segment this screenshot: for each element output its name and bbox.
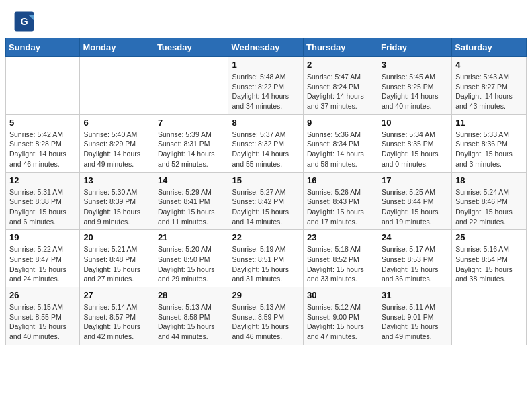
calendar-header: SundayMondayTuesdayWednesdayThursdayFrid… [6,38,527,57]
day-info: Sunrise: 5:22 AMSunset: 8:47 PMDaylight:… [9,244,76,284]
weekday-header-thursday: Thursday [304,38,378,57]
calendar-cell: 23Sunrise: 5:18 AMSunset: 8:52 PMDayligh… [304,230,378,287]
day-number: 6 [83,118,150,128]
day-info: Sunrise: 5:13 AMSunset: 8:59 PMDaylight:… [232,302,300,342]
day-info: Sunrise: 5:18 AMSunset: 8:52 PMDaylight:… [307,244,374,284]
day-info: Sunrise: 5:15 AMSunset: 8:55 PMDaylight:… [9,302,76,342]
weekday-header-saturday: Saturday [452,38,527,57]
calendar-cell: 24Sunrise: 5:17 AMSunset: 8:53 PMDayligh… [378,230,451,287]
day-info: Sunrise: 5:11 AMSunset: 9:01 PMDaylight:… [382,302,448,342]
day-number: 4 [455,60,523,70]
weekday-header-row: SundayMondayTuesdayWednesdayThursdayFrid… [6,38,527,57]
calendar-cell: 14Sunrise: 5:29 AMSunset: 8:41 PMDayligh… [154,172,228,230]
day-info: Sunrise: 5:42 AMSunset: 8:28 PMDaylight:… [9,130,76,169]
day-info: Sunrise: 5:30 AMSunset: 8:39 PMDaylight:… [83,187,150,227]
day-number: 14 [158,175,225,185]
weekday-header-friday: Friday [378,38,451,57]
day-info: Sunrise: 5:24 AMSunset: 8:46 PMDaylight:… [455,187,523,227]
page-header: G [0,0,532,38]
weekday-header-wednesday: Wednesday [228,38,304,57]
day-info: Sunrise: 5:31 AMSunset: 8:38 PMDaylight:… [9,187,76,227]
calendar-cell: 13Sunrise: 5:30 AMSunset: 8:39 PMDayligh… [80,172,154,230]
day-number: 29 [232,290,300,300]
calendar-cell: 4Sunrise: 5:43 AMSunset: 8:27 PMDaylight… [452,57,527,115]
calendar-cell: 28Sunrise: 5:13 AMSunset: 8:58 PMDayligh… [154,287,228,345]
calendar-cell: 3Sunrise: 5:45 AMSunset: 8:25 PMDaylight… [378,57,451,115]
day-number: 27 [83,290,150,300]
day-number: 17 [382,175,448,185]
day-number: 16 [307,175,374,185]
day-number: 8 [232,118,300,128]
day-number: 7 [158,118,225,128]
calendar-cell: 2Sunrise: 5:47 AMSunset: 8:24 PMDaylight… [304,57,378,115]
calendar-cell: 22Sunrise: 5:19 AMSunset: 8:51 PMDayligh… [228,230,304,287]
day-info: Sunrise: 5:37 AMSunset: 8:32 PMDaylight:… [232,130,300,169]
day-number: 1 [232,60,300,70]
day-info: Sunrise: 5:25 AMSunset: 8:44 PMDaylight:… [382,187,448,227]
day-number: 9 [307,118,374,128]
calendar-cell: 19Sunrise: 5:22 AMSunset: 8:47 PMDayligh… [6,230,80,287]
day-number: 2 [307,60,374,70]
logo-icon: G [13,11,35,32]
calendar-cell: 12Sunrise: 5:31 AMSunset: 8:38 PMDayligh… [6,172,80,230]
day-number: 21 [158,232,225,242]
day-number: 23 [307,232,374,242]
day-number: 26 [9,290,76,300]
week-row-5: 26Sunrise: 5:15 AMSunset: 8:55 PMDayligh… [6,287,527,345]
day-info: Sunrise: 5:19 AMSunset: 8:51 PMDaylight:… [232,244,300,284]
calendar-cell: 11Sunrise: 5:33 AMSunset: 8:36 PMDayligh… [452,114,527,172]
day-info: Sunrise: 5:39 AMSunset: 8:31 PMDaylight:… [158,130,225,169]
weekday-header-monday: Monday [80,38,154,57]
day-info: Sunrise: 5:12 AMSunset: 9:00 PMDaylight:… [307,302,374,342]
day-number: 5 [9,118,76,128]
day-number: 10 [382,118,448,128]
day-info: Sunrise: 5:33 AMSunset: 8:36 PMDaylight:… [455,130,523,169]
calendar-cell: 21Sunrise: 5:20 AMSunset: 8:50 PMDayligh… [154,230,228,287]
day-number: 24 [382,232,448,242]
day-number: 12 [9,175,76,185]
day-info: Sunrise: 5:29 AMSunset: 8:41 PMDaylight:… [158,187,225,227]
calendar-cell [154,57,228,115]
day-number: 28 [158,290,225,300]
calendar-body: 1Sunrise: 5:48 AMSunset: 8:22 PMDaylight… [6,57,527,345]
week-row-4: 19Sunrise: 5:22 AMSunset: 8:47 PMDayligh… [6,230,527,287]
day-number: 13 [83,175,150,185]
calendar-cell: 30Sunrise: 5:12 AMSunset: 9:00 PMDayligh… [304,287,378,345]
day-number: 19 [9,232,76,242]
calendar-cell [80,57,154,115]
calendar-cell: 10Sunrise: 5:34 AMSunset: 8:35 PMDayligh… [378,114,451,172]
calendar-cell: 31Sunrise: 5:11 AMSunset: 9:01 PMDayligh… [378,287,451,345]
logo: G [13,11,38,32]
calendar-cell: 18Sunrise: 5:24 AMSunset: 8:46 PMDayligh… [452,172,527,230]
day-info: Sunrise: 5:26 AMSunset: 8:43 PMDaylight:… [307,187,374,227]
calendar-cell: 1Sunrise: 5:48 AMSunset: 8:22 PMDaylight… [228,57,304,115]
day-info: Sunrise: 5:17 AMSunset: 8:53 PMDaylight:… [382,244,448,284]
day-info: Sunrise: 5:40 AMSunset: 8:29 PMDaylight:… [83,130,150,169]
week-row-1: 1Sunrise: 5:48 AMSunset: 8:22 PMDaylight… [6,57,527,115]
week-row-3: 12Sunrise: 5:31 AMSunset: 8:38 PMDayligh… [6,172,527,230]
day-info: Sunrise: 5:20 AMSunset: 8:50 PMDaylight:… [158,244,225,284]
calendar-cell: 7Sunrise: 5:39 AMSunset: 8:31 PMDaylight… [154,114,228,172]
calendar-cell [6,57,80,115]
svg-text:G: G [20,16,28,27]
calendar-table: SundayMondayTuesdayWednesdayThursdayFrid… [5,38,527,345]
day-info: Sunrise: 5:13 AMSunset: 8:58 PMDaylight:… [158,302,225,342]
calendar-cell: 20Sunrise: 5:21 AMSunset: 8:48 PMDayligh… [80,230,154,287]
calendar-cell: 15Sunrise: 5:27 AMSunset: 8:42 PMDayligh… [228,172,304,230]
calendar-wrapper: SundayMondayTuesdayWednesdayThursdayFrid… [0,38,532,351]
day-info: Sunrise: 5:45 AMSunset: 8:25 PMDaylight:… [382,72,448,111]
day-info: Sunrise: 5:43 AMSunset: 8:27 PMDaylight:… [455,72,523,111]
day-info: Sunrise: 5:36 AMSunset: 8:34 PMDaylight:… [307,130,374,169]
day-info: Sunrise: 5:21 AMSunset: 8:48 PMDaylight:… [83,244,150,284]
calendar-cell: 25Sunrise: 5:16 AMSunset: 8:54 PMDayligh… [452,230,527,287]
day-number: 22 [232,232,300,242]
calendar-cell: 9Sunrise: 5:36 AMSunset: 8:34 PMDaylight… [304,114,378,172]
day-number: 20 [83,232,150,242]
day-number: 11 [455,118,523,128]
day-info: Sunrise: 5:27 AMSunset: 8:42 PMDaylight:… [232,187,300,227]
calendar-cell: 6Sunrise: 5:40 AMSunset: 8:29 PMDaylight… [80,114,154,172]
day-info: Sunrise: 5:16 AMSunset: 8:54 PMDaylight:… [455,244,523,284]
day-number: 31 [382,290,448,300]
calendar-cell: 8Sunrise: 5:37 AMSunset: 8:32 PMDaylight… [228,114,304,172]
day-number: 15 [232,175,300,185]
